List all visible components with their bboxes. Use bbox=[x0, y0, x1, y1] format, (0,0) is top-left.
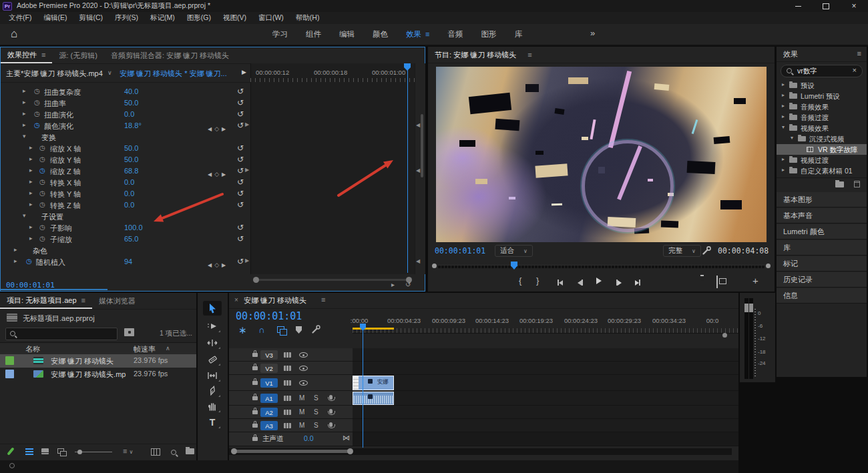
stopwatch-icon[interactable]: ◷ bbox=[34, 110, 40, 117]
workspace-tab-组件[interactable]: 组件 bbox=[306, 29, 321, 39]
reset-icon[interactable]: ↺ bbox=[237, 121, 244, 130]
scrubber-left-handle[interactable] bbox=[432, 264, 437, 268]
property-value[interactable]: 50.0 bbox=[124, 99, 138, 107]
reset-icon[interactable]: ↺ bbox=[237, 177, 244, 187]
horizontal-zoom-scrollbar[interactable] bbox=[253, 277, 412, 283]
track-content-A2[interactable] bbox=[353, 406, 738, 419]
maximize-button[interactable] bbox=[812, 0, 840, 12]
voiceover-mic-icon[interactable] bbox=[329, 422, 333, 427]
lock-icon[interactable] bbox=[252, 410, 258, 414]
panel-menu-icon[interactable]: ≡ bbox=[81, 296, 85, 304]
sync-lock-icon[interactable] bbox=[284, 410, 291, 415]
program-monitor-title[interactable]: 节目: 安娜 镰刀 移动镜头 bbox=[428, 47, 523, 63]
effects-tree-item[interactable]: ▸预设 bbox=[777, 80, 867, 91]
slip-tool[interactable] bbox=[203, 368, 222, 383]
reset-icon[interactable]: ↺ bbox=[237, 143, 244, 153]
reset-icon[interactable]: ↺ bbox=[237, 200, 244, 209]
expand-icon[interactable]: ▸ bbox=[29, 167, 33, 173]
expand-icon[interactable]: ▸ bbox=[782, 113, 785, 119]
property-value[interactable]: 65.0 bbox=[124, 235, 138, 243]
track-header-A2[interactable]: A2MS bbox=[229, 406, 353, 419]
track-content-V1[interactable] bbox=[353, 375, 738, 391]
effect-row[interactable]: ▸◷子缩放65.0↺ bbox=[1, 233, 250, 245]
mark-in-button[interactable]: { bbox=[519, 276, 521, 285]
new-bin-icon[interactable] bbox=[835, 181, 844, 187]
property-value[interactable]: 0.0 bbox=[124, 178, 134, 186]
zoom-handle-left[interactable] bbox=[231, 448, 237, 454]
expand-icon[interactable]: ▸ bbox=[29, 144, 33, 151]
effects-tree-item[interactable]: ▸音频过渡 bbox=[777, 112, 867, 123]
property-value[interactable]: 100.0 bbox=[124, 223, 143, 231]
effects-tree-item[interactable]: ▸Lumetri 预设 bbox=[777, 91, 867, 101]
stopwatch-icon[interactable]: ◷ bbox=[26, 258, 32, 265]
panel-menu-icon[interactable]: ≡ bbox=[321, 296, 325, 304]
loop-icon[interactable]: ↺ bbox=[405, 281, 411, 288]
expand-icon[interactable]: ▸ bbox=[782, 103, 785, 109]
stopwatch-icon[interactable]: ◷ bbox=[39, 178, 45, 185]
track-select-forward-tool[interactable] bbox=[203, 319, 222, 334]
effect-row[interactable]: ▸杂色 bbox=[1, 245, 250, 256]
expand-icon[interactable]: ▸ bbox=[29, 235, 33, 242]
track-content-V3[interactable] bbox=[353, 348, 738, 362]
effect-row[interactable]: ▸◷子影响100.0↺ bbox=[1, 222, 250, 233]
effects-tree-item[interactable]: ▾沉浸式视频 bbox=[777, 133, 867, 144]
panel-menu-icon[interactable]: ≡ bbox=[527, 51, 531, 59]
lock-icon[interactable] bbox=[252, 381, 258, 385]
property-value[interactable]: 0.0 bbox=[124, 201, 134, 209]
track-visibility-icon[interactable] bbox=[299, 366, 308, 371]
stopwatch-icon[interactable]: ◷ bbox=[34, 87, 40, 95]
item-name[interactable]: 安娜 镰刀 移动镜头.mp bbox=[51, 370, 126, 380]
find-icon[interactable] bbox=[171, 450, 176, 455]
effect-row[interactable]: ▸◷转换 Z 轴0.0↺ bbox=[1, 199, 250, 211]
project-search-input[interactable] bbox=[5, 328, 118, 340]
icon-view-button[interactable] bbox=[41, 448, 49, 454]
effect-row[interactable]: ▸◷扭曲复杂度40.0↺ bbox=[1, 86, 250, 97]
next-keyframe-edge-icon[interactable]: ▶ bbox=[245, 167, 249, 173]
property-value[interactable]: 0.0 bbox=[124, 189, 134, 197]
effects-panel-title[interactable]: 效果 bbox=[783, 49, 798, 59]
property-value[interactable]: 94 bbox=[124, 258, 132, 266]
close-tab-icon[interactable]: × bbox=[234, 296, 238, 304]
track-target-V2[interactable]: V2 bbox=[260, 364, 278, 373]
stopwatch-icon[interactable]: ◷ bbox=[39, 155, 45, 163]
zoom-handle-left[interactable] bbox=[253, 277, 259, 283]
column-name[interactable]: 名称 bbox=[25, 344, 40, 354]
menu-item[interactable]: 文件(F) bbox=[3, 13, 37, 23]
razor-tool[interactable] bbox=[203, 352, 222, 367]
scrubber-track[interactable] bbox=[437, 265, 765, 268]
type-tool[interactable]: T bbox=[203, 415, 222, 430]
expand-icon[interactable]: ▸ bbox=[14, 258, 17, 264]
master-track-header[interactable]: 主声道 0.0 ⋈ bbox=[229, 432, 353, 446]
snap-magnet-icon[interactable]: ∩ bbox=[258, 325, 264, 335]
reset-icon[interactable]: ↺ bbox=[237, 87, 244, 96]
hand-tool[interactable] bbox=[203, 399, 222, 414]
lock-icon[interactable] bbox=[252, 424, 258, 428]
effects-tree-item[interactable]: ▸视频过渡 bbox=[777, 155, 867, 165]
linked-selection-icon[interactable] bbox=[277, 326, 284, 333]
stopwatch-icon[interactable]: ◷ bbox=[34, 99, 40, 106]
effect-row[interactable]: ▸◷转换 Y 轴0.0↺ bbox=[1, 188, 250, 199]
reset-icon[interactable]: ↺ bbox=[237, 109, 244, 119]
reset-icon[interactable]: ↺ bbox=[237, 98, 244, 107]
playback-resolution-dropdown[interactable]: 完整∨ bbox=[663, 245, 701, 257]
play-button[interactable] bbox=[596, 275, 602, 287]
track-target-A2[interactable]: A2 bbox=[260, 408, 278, 417]
stopwatch-icon[interactable]: ◷ bbox=[39, 144, 45, 151]
stopwatch-icon[interactable]: ◷ bbox=[39, 167, 45, 174]
program-timecode[interactable]: 00:00:01:01 bbox=[435, 246, 485, 256]
reset-icon[interactable]: ↺ bbox=[237, 257, 244, 266]
timeline-timecode[interactable]: 00:00:01:01 bbox=[236, 310, 302, 322]
step-back-button[interactable] bbox=[578, 276, 583, 288]
solo-button[interactable]: S bbox=[314, 422, 318, 429]
effect-row[interactable]: ▸◷转换 X 轴0.0↺ bbox=[1, 177, 250, 188]
delete-icon[interactable] bbox=[854, 181, 860, 187]
effects-search-input[interactable]: vr数字 × bbox=[781, 65, 863, 77]
fit-audio-icon[interactable]: ⋈ bbox=[343, 434, 350, 442]
effect-row[interactable]: ▸◷缩放 X 轴50.0↺ bbox=[1, 143, 250, 154]
go-to-in-button[interactable] bbox=[558, 276, 563, 288]
reset-icon[interactable]: ↺ bbox=[237, 155, 244, 164]
menu-item[interactable]: 剪辑(C) bbox=[73, 13, 109, 23]
track-content-V2[interactable] bbox=[353, 362, 738, 375]
menu-item[interactable]: 帮助(H) bbox=[290, 13, 326, 23]
menu-item[interactable]: 视图(V) bbox=[217, 13, 252, 23]
